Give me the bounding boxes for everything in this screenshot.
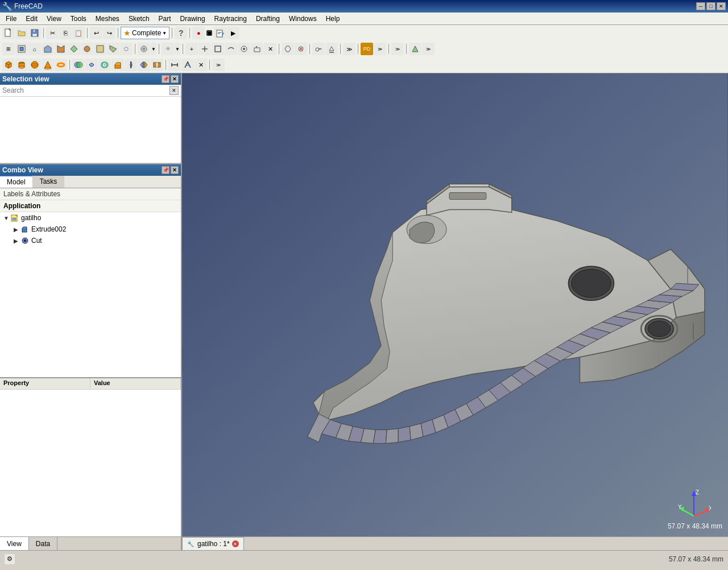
view-rear-button[interactable]: [81, 43, 93, 55]
tree-label-extrude002: Extrude002: [31, 225, 66, 233]
view-btn-10[interactable]: ✕: [264, 43, 276, 55]
labels-attrs-item[interactable]: Labels & Attributes: [0, 188, 181, 200]
draw-style-dropdown[interactable]: ▼: [151, 43, 156, 55]
search-input[interactable]: [2, 86, 169, 94]
toolbar-row-3: ✕ ≫: [0, 57, 728, 73]
stereo-dropdown[interactable]: ▼: [175, 43, 180, 55]
menu-item-raytracing[interactable]: Raytracing: [210, 13, 251, 24]
cut-button[interactable]: ✂: [46, 27, 59, 39]
view-btn-12[interactable]: [295, 43, 307, 55]
sphere-btn[interactable]: [28, 59, 41, 71]
torus-btn[interactable]: [55, 59, 67, 71]
measure-angular-btn[interactable]: [181, 59, 194, 71]
view-btn-11[interactable]: [282, 43, 294, 55]
view-btn-8[interactable]: [238, 43, 250, 55]
close-button[interactable]: ✕: [717, 2, 726, 10]
cone-btn[interactable]: [42, 59, 54, 71]
axis-indicator: Z X Y: [677, 488, 711, 522]
paste-button[interactable]: 📋: [72, 27, 85, 39]
view-btn-5[interactable]: [198, 43, 211, 55]
stereo-button[interactable]: 👁: [162, 43, 174, 55]
tree-item-extrude002[interactable]: ▶ Extrude002: [0, 224, 181, 235]
view-left-button[interactable]: [94, 43, 106, 55]
view-right-button[interactable]: [55, 43, 67, 55]
selection-view-panel: Selection view 📌 ✕ ✕: [0, 73, 181, 164]
menu-item-meshes[interactable]: Meshes: [91, 13, 124, 24]
selection-view-close-button[interactable]: ✕: [171, 75, 179, 83]
selection-view-pin-button[interactable]: 📌: [162, 75, 169, 83]
view-front-button[interactable]: [42, 43, 54, 55]
edit-macro-button[interactable]: [214, 27, 226, 39]
toolbar-sep-v3: [183, 44, 183, 54]
part-design-more[interactable]: ≫: [374, 43, 386, 55]
menu-item-drawing[interactable]: Drawing: [176, 13, 210, 24]
menu-item-part[interactable]: Part: [154, 13, 176, 24]
save-button[interactable]: [28, 27, 41, 39]
selection-view-title: Selection view: [2, 75, 49, 83]
view-isometric-button[interactable]: ⬡: [120, 43, 133, 55]
view-btn-13[interactable]: [312, 43, 325, 55]
extrude-btn[interactable]: [111, 59, 124, 71]
fit-selection-button[interactable]: [15, 43, 28, 55]
tab-data[interactable]: Data: [29, 537, 57, 550]
svg-marker-60: [386, 429, 398, 444]
menu-item-tools[interactable]: Tools: [66, 13, 91, 24]
workbench-selector[interactable]: ★ Complete ▼: [121, 27, 169, 39]
measure-linear-btn[interactable]: [168, 59, 181, 71]
mirror-btn[interactable]: [138, 59, 150, 71]
section-btn[interactable]: [151, 59, 163, 71]
search-clear-button[interactable]: ✕: [169, 86, 179, 95]
run-macro-button[interactable]: ▶: [227, 27, 239, 39]
tree-item-gatilho[interactable]: ▼ gatilho: [0, 212, 181, 224]
fit-all-button[interactable]: ⊞: [2, 43, 15, 55]
more-btn-2[interactable]: ≫: [422, 43, 435, 55]
measure-clear-btn[interactable]: ✕: [195, 59, 207, 71]
toolbar-extra-btn[interactable]: ≫: [391, 43, 404, 55]
draw-style-button[interactable]: [138, 43, 150, 55]
view-btn-14[interactable]: [325, 43, 338, 55]
help-button[interactable]: ?: [175, 27, 187, 39]
menu-item-sketch[interactable]: Sketch: [124, 13, 154, 24]
part-design-btn[interactable]: PD: [361, 43, 373, 55]
undo-button[interactable]: ↩: [90, 27, 102, 39]
box-btn[interactable]: [2, 59, 15, 71]
part-more-btn[interactable]: ≫: [212, 59, 225, 71]
stop-macro-button[interactable]: ■: [206, 30, 212, 36]
menu-item-drafting[interactable]: Drafting: [251, 13, 284, 24]
new-button[interactable]: [2, 27, 15, 39]
tree-item-cut[interactable]: ▶ Cut: [0, 235, 181, 246]
open-button[interactable]: [15, 27, 28, 39]
viewport[interactable]: Z X Y 57.07 x 48.34 mm 🔧 gatilho : 1*: [182, 73, 728, 550]
view-btn-9[interactable]: [251, 43, 263, 55]
tab-tasks[interactable]: Tasks: [33, 176, 65, 188]
shape-btn-1[interactable]: [409, 43, 421, 55]
menu-item-view[interactable]: View: [42, 13, 66, 24]
record-macro-button[interactable]: ●: [192, 27, 205, 39]
menu-item-windows[interactable]: Windows: [284, 13, 321, 24]
tab-model[interactable]: Model: [0, 175, 33, 188]
common-btn[interactable]: [98, 59, 111, 71]
viewport-tab-close-button[interactable]: ✕: [232, 540, 239, 547]
copy-button[interactable]: ⎘: [59, 27, 72, 39]
menu-item-edit[interactable]: Edit: [21, 13, 42, 24]
tab-view[interactable]: View: [0, 537, 29, 550]
revolve-btn[interactable]: [125, 59, 137, 71]
fuse-btn[interactable]: [85, 59, 98, 71]
cylinder-btn[interactable]: [15, 59, 28, 71]
viewport-tab-item[interactable]: 🔧 gatilho : 1* ✕: [182, 537, 244, 550]
view-bottom-button[interactable]: [107, 43, 119, 55]
view-btn-6[interactable]: [212, 43, 224, 55]
view-home-button[interactable]: ⌂: [28, 43, 41, 55]
view-top-button[interactable]: [68, 43, 80, 55]
redo-button[interactable]: ↪: [103, 27, 115, 39]
minimize-button[interactable]: ─: [696, 2, 705, 10]
combo-view-pin-button[interactable]: 📌: [162, 166, 169, 174]
maximize-button[interactable]: □: [706, 2, 715, 10]
view-btn-7[interactable]: [225, 43, 237, 55]
combo-view-close-button[interactable]: ✕: [171, 166, 179, 174]
boolean-btn[interactable]: [72, 59, 85, 71]
more-btn-1[interactable]: ≫: [343, 43, 355, 55]
menu-item-file[interactable]: File: [1, 13, 21, 24]
zoom-in-button[interactable]: +: [185, 43, 198, 55]
menu-item-help[interactable]: Help: [321, 13, 345, 24]
